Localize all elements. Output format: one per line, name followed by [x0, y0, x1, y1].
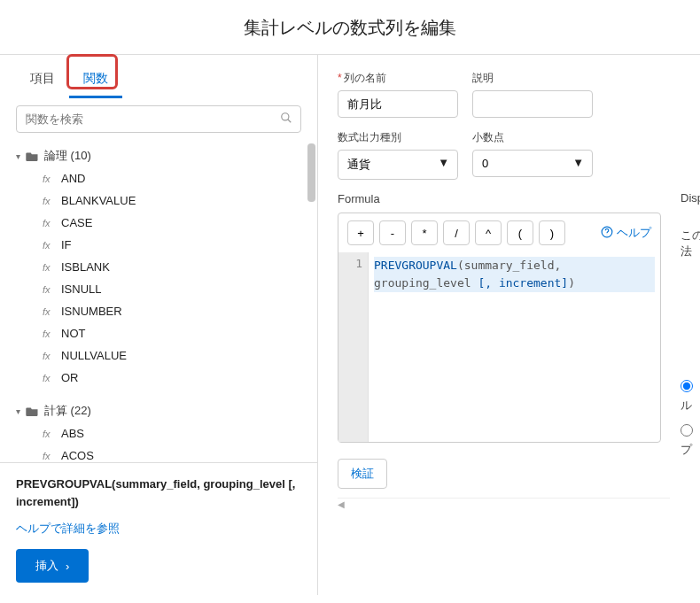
- fn-item[interactable]: fxISNUMBER: [43, 300, 305, 322]
- op-minus-button[interactable]: -: [379, 220, 406, 245]
- fx-icon: fx: [43, 174, 55, 184]
- fn-item[interactable]: fxABS: [43, 422, 305, 445]
- fn-item[interactable]: fxNULLVALUE: [43, 344, 305, 367]
- help-link[interactable]: ヘルプで詳細を参照: [16, 521, 120, 537]
- help-signature: PREVGROUPVAL(summary_field, grouping_lev…: [16, 475, 301, 510]
- desc-label: 説明: [472, 71, 593, 86]
- left-panel: 項目 関数 ▾ 論理 (10) fxAND fxBLANKVALUE: [0, 55, 318, 595]
- fx-icon: fx: [43, 196, 55, 206]
- fx-icon: fx: [43, 451, 55, 461]
- group-header-calc[interactable]: ▾ 計算 (22): [16, 403, 305, 419]
- tab-fields[interactable]: 項目: [16, 66, 69, 98]
- fx-icon: fx: [43, 306, 55, 317]
- fn-item[interactable]: fxBLANKVALUE: [43, 189, 305, 212]
- col-name-input[interactable]: [338, 90, 458, 118]
- desc-input[interactable]: [472, 90, 593, 118]
- fn-item[interactable]: fxACOS: [43, 445, 305, 462]
- fx-icon: fx: [43, 218, 55, 228]
- horizontal-scrollbar[interactable]: ◀: [338, 498, 670, 510]
- decimal-select[interactable]: 0: [472, 150, 593, 177]
- fn-item[interactable]: fxNOT: [43, 322, 305, 344]
- fn-item[interactable]: fxIF: [43, 234, 305, 256]
- fn-item[interactable]: fxOR: [43, 367, 305, 389]
- fx-icon: fx: [43, 351, 55, 361]
- fx-icon: fx: [43, 329, 55, 339]
- dialog-title: 集計レベルの数式列を編集: [0, 0, 700, 54]
- fn-list-logic: fxAND fxBLANKVALUE fxCASE fxIF fxISBLANK…: [43, 167, 305, 389]
- function-tree[interactable]: ▾ 論理 (10) fxAND fxBLANKVALUE fxCASE fxIF…: [0, 138, 317, 462]
- content: 項目 関数 ▾ 論理 (10) fxAND fxBLANKVALUE: [0, 55, 700, 595]
- fn-item[interactable]: fxAND: [43, 167, 305, 189]
- scroll-left-icon[interactable]: ◀: [338, 499, 345, 509]
- display-radio-2[interactable]: [681, 424, 693, 437]
- group-header-logic[interactable]: ▾ 論理 (10): [16, 148, 305, 164]
- op-rparen-button[interactable]: ): [539, 220, 565, 245]
- code-area[interactable]: 1 PREVGROUPVAL(summary_field, grouping_l…: [338, 252, 660, 442]
- op-multiply-button[interactable]: *: [411, 220, 438, 245]
- op-divide-button[interactable]: /: [443, 220, 470, 245]
- chevron-right-icon: ›: [66, 560, 69, 573]
- chevron-down-icon: ▾: [16, 151, 20, 161]
- search-icon: [280, 112, 292, 127]
- fx-icon: fx: [43, 262, 55, 273]
- group-calc: ▾ 計算 (22) fxABS fxACOS fxASIN: [16, 398, 305, 462]
- formula-editor: + - * / ^ ( ) ヘルプ 1 PREVGROU: [338, 213, 661, 443]
- help-icon: [601, 226, 613, 241]
- output-type-select[interactable]: 通貨: [338, 150, 458, 180]
- group-label: 計算 (22): [44, 403, 91, 419]
- fn-item[interactable]: fxISNULL: [43, 278, 305, 300]
- help-panel: PREVGROUPVAL(summary_field, grouping_lev…: [0, 462, 317, 595]
- fx-icon: fx: [43, 240, 55, 251]
- op-lparen-button[interactable]: (: [507, 220, 533, 245]
- search-input[interactable]: [16, 105, 301, 133]
- decimal-label: 小数点: [472, 130, 593, 145]
- line-gutter: 1: [338, 252, 369, 442]
- tab-functions[interactable]: 関数: [69, 66, 122, 98]
- editor-toolbar: + - * / ^ ( ) ヘルプ: [338, 213, 660, 252]
- fx-icon: fx: [43, 284, 55, 295]
- chevron-down-icon: ▾: [16, 406, 20, 416]
- formula-label: Formula: [338, 192, 700, 205]
- editor-help-link[interactable]: ヘルプ: [601, 225, 651, 241]
- fx-icon: fx: [43, 429, 55, 439]
- op-plus-button[interactable]: +: [347, 220, 374, 245]
- group-logic: ▾ 論理 (10) fxAND fxBLANKVALUE fxCASE fxIF…: [16, 143, 305, 398]
- fn-list-calc: fxABS fxACOS fxASIN: [43, 422, 305, 462]
- svg-point-0: [282, 113, 289, 120]
- insert-button[interactable]: 挿入 ›: [16, 549, 89, 583]
- code-content[interactable]: PREVGROUPVAL(summary_field, grouping_lev…: [369, 252, 660, 442]
- search-wrap: [0, 98, 317, 138]
- op-power-button[interactable]: ^: [475, 220, 502, 245]
- clipped-side-panel: Displa この 法 ル プ: [681, 204, 700, 458]
- output-type-label: 数式出力種別: [338, 130, 458, 145]
- scrollbar-thumb[interactable]: [307, 143, 315, 202]
- folder-icon: [26, 151, 39, 161]
- verify-button[interactable]: 検証: [338, 459, 387, 489]
- svg-line-1: [288, 120, 292, 123]
- right-panel: 列の名前 説明 数式出力種別 通貨 ▼ 小数点 0 ▼ Formula: [318, 55, 700, 595]
- fn-item[interactable]: fxCASE: [43, 212, 305, 234]
- col-name-label: 列の名前: [338, 71, 458, 86]
- fn-item[interactable]: fxISBLANK: [43, 256, 305, 278]
- display-radio-1[interactable]: [681, 380, 693, 392]
- fx-icon: fx: [43, 373, 55, 383]
- group-label: 論理 (10): [44, 148, 91, 164]
- folder-icon: [26, 406, 39, 416]
- tabs: 項目 関数: [0, 55, 317, 98]
